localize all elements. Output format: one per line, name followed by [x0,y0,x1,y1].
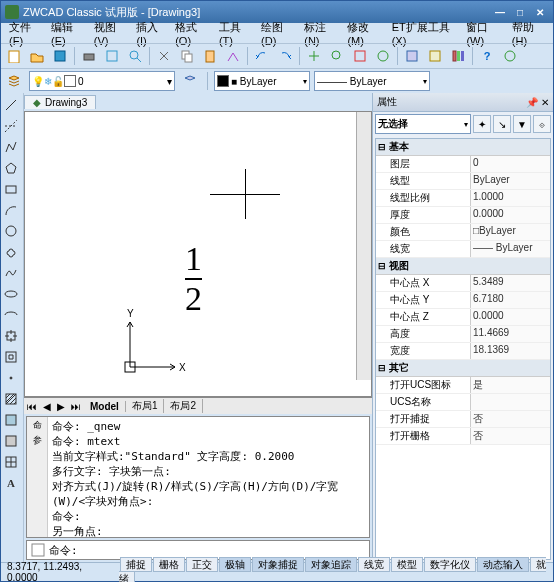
tab-layout1[interactable]: 布局1 [126,399,165,413]
find-icon[interactable] [124,45,146,67]
scrollbar-v[interactable] [356,112,371,380]
svg-rect-25 [6,436,16,446]
svg-point-18 [6,226,16,236]
status-toggle[interactable]: 栅格 [153,557,185,572]
prop-row[interactable]: 高度11.4669 [376,326,550,343]
table-icon[interactable] [1,452,21,472]
circle-icon[interactable] [1,221,21,241]
new-icon[interactable] [3,45,25,67]
prop-category[interactable]: 其它 [376,360,550,377]
match-icon[interactable] [222,45,244,67]
pick-add-icon[interactable]: ▼ [513,115,531,133]
redo-icon[interactable] [274,45,296,67]
revcloud-icon[interactable] [1,242,21,262]
prop-category[interactable]: 基本 [376,139,550,156]
properties-panel: 属性 📌 ✕ 无选择▾ ✦ ↘ ▼ ⟐ 基本图层0线型ByLayer线型比例1.… [372,93,553,562]
cut-icon[interactable] [153,45,175,67]
svg-rect-11 [407,51,417,61]
zoom-rt-icon[interactable] [326,45,348,67]
status-toggle[interactable]: 对象捕捉 [252,557,304,572]
status-toggle[interactable]: 极轴 [219,557,251,572]
doc-tab[interactable]: ◆ Drawing3 [24,95,96,109]
zoom-prev-icon[interactable] [372,45,394,67]
paste-icon[interactable] [199,45,221,67]
status-toggle[interactable]: 模型 [391,557,423,572]
tab-prev-icon[interactable]: ◀ [40,401,54,412]
svg-rect-6 [185,54,192,62]
layer-prev-icon[interactable] [179,70,201,92]
layer-combo[interactable]: 💡 ❄ 🔓 0 ▾ [29,71,175,91]
insert-block-icon[interactable] [1,326,21,346]
print-preview-icon[interactable] [101,45,123,67]
xline-icon[interactable] [1,116,21,136]
prop-row[interactable]: 颜色□ByLayer [376,224,550,241]
prop-row[interactable]: 线宽—— ByLayer [376,241,550,258]
polygon-icon[interactable] [1,158,21,178]
status-toggle[interactable]: 捕捉 [120,557,152,572]
status-toggle[interactable]: 正交 [186,557,218,572]
prop-row[interactable]: 中心点 Z0.0000 [376,309,550,326]
prop-row[interactable]: 线型比例1.0000 [376,190,550,207]
prop-row[interactable]: 线型ByLayer [376,173,550,190]
svg-point-19 [5,291,17,297]
hatch-icon[interactable] [1,389,21,409]
pin-icon[interactable]: 📌 ✕ [526,97,549,108]
tab-next-icon[interactable]: ▶ [54,401,68,412]
tab-first-icon[interactable]: ⏮ [24,401,40,412]
ucs-icon: X Y [115,302,195,384]
mtext-icon[interactable]: A [1,473,21,493]
print-icon[interactable] [78,45,100,67]
layer-mgr-icon[interactable] [3,70,25,92]
svg-rect-13 [453,51,456,61]
status-toggle[interactable]: 对象追踪 [305,557,357,572]
status-toggle[interactable]: 线宽 [358,557,390,572]
toggle-val-icon[interactable]: ⟐ [533,115,551,133]
prop-row[interactable]: 打开栅格否 [376,428,550,445]
make-block-icon[interactable] [1,347,21,367]
undo-icon[interactable] [251,45,273,67]
drawing-canvas[interactable]: 1 2 X Y [24,111,372,397]
region-icon[interactable] [1,431,21,451]
prop-category[interactable]: 视图 [376,258,550,275]
point-icon[interactable] [1,368,21,388]
layer-bulb-icon: 💡 [32,76,44,87]
pan-icon[interactable] [303,45,325,67]
tab-model[interactable]: Model [84,401,126,412]
help-icon[interactable]: ? [476,45,498,67]
prop-row[interactable]: 打开捕捉否 [376,411,550,428]
status-toggle[interactable]: 动态输入 [477,557,529,572]
property-grid[interactable]: 基本图层0线型ByLayer线型比例1.0000厚度0.0000颜色□ByLay… [375,138,551,560]
tab-layout2[interactable]: 布局2 [164,399,203,413]
prop-row[interactable]: 厚度0.0000 [376,207,550,224]
prop-row[interactable]: 图层0 [376,156,550,173]
prop-row[interactable]: 打开UCS图标是 [376,377,550,394]
pline-icon[interactable] [1,137,21,157]
spline-icon[interactable] [1,263,21,283]
status-toggle[interactable]: 数字化仪 [424,557,476,572]
select-objects-icon[interactable]: ↘ [493,115,511,133]
tool-pal-icon[interactable] [447,45,469,67]
ellipse-arc-icon[interactable] [1,305,21,325]
layer-bar: 💡 ❄ 🔓 0 ▾ ■ ByLayer▾ ——— ByLayer▾ [1,68,553,93]
linetype-combo[interactable]: ——— ByLayer▾ [314,71,430,91]
color-combo[interactable]: ■ ByLayer▾ [214,71,310,91]
gradient-icon[interactable] [1,410,21,430]
open-icon[interactable] [26,45,48,67]
arc-icon[interactable] [1,200,21,220]
properties-icon[interactable] [401,45,423,67]
prop-row[interactable]: UCS名称 [376,394,550,411]
prop-row[interactable]: 中心点 Y6.7180 [376,292,550,309]
ellipse-icon[interactable] [1,284,21,304]
refresh-icon[interactable] [499,45,521,67]
quick-select-icon[interactable]: ✦ [473,115,491,133]
save-icon[interactable] [49,45,71,67]
designcenter-icon[interactable] [424,45,446,67]
rectangle-icon[interactable] [1,179,21,199]
tab-last-icon[interactable]: ⏭ [68,401,84,412]
zoom-win-icon[interactable] [349,45,371,67]
prop-row[interactable]: 宽度18.1369 [376,343,550,360]
copy-icon[interactable] [176,45,198,67]
line-icon[interactable] [1,95,21,115]
selection-combo[interactable]: 无选择▾ [375,114,471,134]
prop-row[interactable]: 中心点 X5.3489 [376,275,550,292]
